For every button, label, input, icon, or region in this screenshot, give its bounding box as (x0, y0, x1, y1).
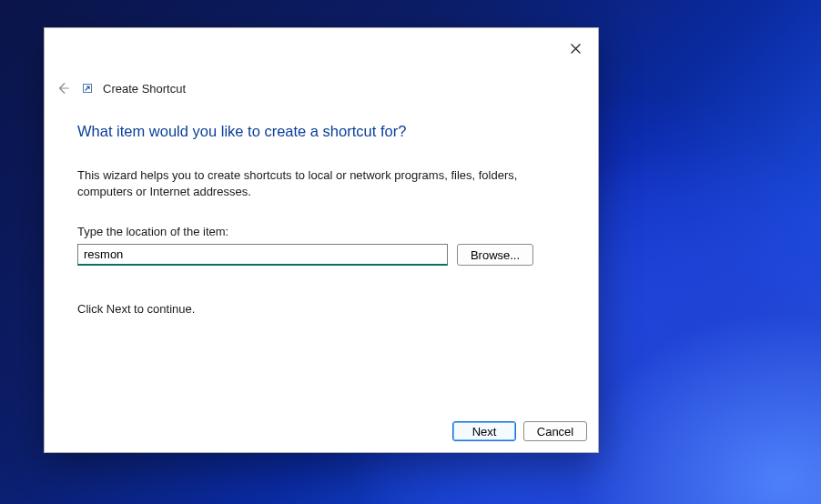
back-button[interactable] (54, 79, 72, 97)
cancel-button[interactable]: Cancel (523, 421, 587, 441)
wizard-header: Create Shortcut (45, 68, 598, 96)
arrow-left-icon (56, 82, 69, 95)
location-input[interactable] (77, 244, 448, 266)
location-label: Type the location of the item: (77, 225, 565, 238)
close-button[interactable] (554, 35, 596, 62)
shortcut-arrow-icon (80, 81, 95, 96)
dialog-footer: Next Cancel (45, 419, 598, 452)
close-icon (571, 44, 581, 54)
create-shortcut-dialog: Create Shortcut What item would you like… (44, 27, 599, 453)
wizard-title: Create Shortcut (103, 82, 186, 96)
location-row: Browse... (77, 244, 565, 266)
page-description: This wizard helps you to create shortcut… (77, 167, 551, 199)
next-button[interactable]: Next (452, 421, 516, 441)
page-heading: What item would you like to create a sho… (77, 123, 565, 140)
titlebar (45, 28, 598, 68)
continue-hint: Click Next to continue. (77, 302, 565, 316)
wizard-content: What item would you like to create a sho… (45, 96, 598, 316)
browse-button[interactable]: Browse... (457, 244, 533, 266)
